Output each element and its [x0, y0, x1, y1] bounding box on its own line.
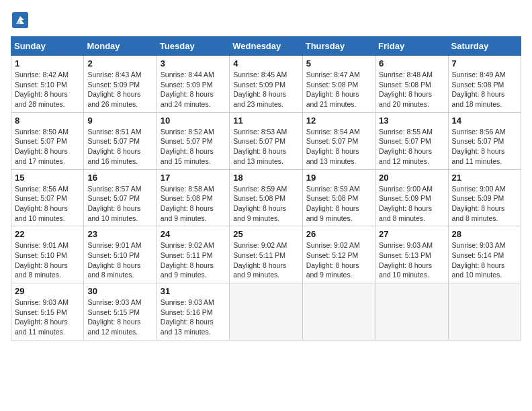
calendar-cell: 5 Sunrise: 8:47 AM Sunset: 5:08 PM Dayli…	[302, 56, 375, 113]
day-number: 13	[379, 116, 444, 126]
day-number: 17	[161, 173, 226, 183]
calendar-cell: 24 Sunrise: 9:02 AM Sunset: 5:11 PM Dayl…	[157, 226, 229, 283]
calendar-row: 8 Sunrise: 8:50 AM Sunset: 5:07 PM Dayli…	[11, 112, 521, 169]
day-info: Sunrise: 8:59 AM Sunset: 5:08 PM Dayligh…	[233, 184, 298, 224]
day-info: Sunrise: 8:43 AM Sunset: 5:09 PM Dayligh…	[87, 70, 152, 109]
calendar-cell: 29 Sunrise: 9:03 AM Sunset: 5:15 PM Dayl…	[11, 283, 84, 340]
day-info: Sunrise: 8:54 AM Sunset: 5:07 PM Dayligh…	[306, 127, 371, 167]
day-info: Sunrise: 8:48 AM Sunset: 5:08 PM Dayligh…	[379, 70, 444, 109]
day-number: 14	[452, 116, 517, 126]
col-saturday: Saturday	[448, 37, 521, 56]
day-number: 16	[87, 173, 152, 183]
day-number: 12	[306, 116, 371, 126]
day-number: 31	[161, 286, 226, 296]
day-number: 4	[233, 58, 298, 68]
day-number: 5	[306, 58, 371, 68]
day-info: Sunrise: 9:03 AM Sunset: 5:14 PM Dayligh…	[452, 240, 517, 280]
logo	[11, 11, 32, 30]
calendar-cell: 1 Sunrise: 8:42 AM Sunset: 5:10 PM Dayli…	[11, 56, 84, 113]
day-number: 2	[87, 58, 152, 68]
col-friday: Friday	[375, 37, 448, 56]
col-sunday: Sunday	[11, 37, 84, 56]
calendar-row: 15 Sunrise: 8:56 AM Sunset: 5:07 PM Dayl…	[11, 169, 521, 226]
day-info: Sunrise: 8:50 AM Sunset: 5:07 PM Dayligh…	[15, 127, 80, 167]
day-number: 6	[379, 58, 444, 68]
day-number: 27	[379, 229, 444, 239]
col-wednesday: Wednesday	[230, 37, 302, 56]
calendar-cell: 31 Sunrise: 9:03 AM Sunset: 5:16 PM Dayl…	[157, 283, 229, 340]
calendar-cell: 2 Sunrise: 8:43 AM Sunset: 5:09 PM Dayli…	[84, 56, 157, 113]
calendar-cell: 27 Sunrise: 9:03 AM Sunset: 5:13 PM Dayl…	[375, 226, 448, 283]
day-number: 21	[452, 173, 517, 183]
calendar-cell: 15 Sunrise: 8:56 AM Sunset: 5:07 PM Dayl…	[11, 169, 84, 226]
day-number: 22	[15, 229, 80, 239]
day-info: Sunrise: 8:44 AM Sunset: 5:09 PM Dayligh…	[161, 70, 226, 109]
day-number: 24	[161, 229, 226, 239]
day-number: 3	[161, 58, 226, 68]
day-info: Sunrise: 9:03 AM Sunset: 5:13 PM Dayligh…	[379, 240, 444, 280]
calendar-cell: 30 Sunrise: 9:03 AM Sunset: 5:15 PM Dayl…	[84, 283, 157, 340]
calendar-cell: 23 Sunrise: 9:01 AM Sunset: 5:10 PM Dayl…	[84, 226, 157, 283]
col-thursday: Thursday	[302, 37, 375, 56]
day-info: Sunrise: 9:03 AM Sunset: 5:16 PM Dayligh…	[161, 298, 226, 337]
day-info: Sunrise: 8:45 AM Sunset: 5:09 PM Dayligh…	[233, 70, 298, 109]
day-number: 30	[87, 286, 152, 296]
calendar-cell: 4 Sunrise: 8:45 AM Sunset: 5:09 PM Dayli…	[230, 56, 302, 113]
calendar-cell: 18 Sunrise: 8:59 AM Sunset: 5:08 PM Dayl…	[230, 169, 302, 226]
calendar-cell: 11 Sunrise: 8:53 AM Sunset: 5:07 PM Dayl…	[230, 112, 302, 169]
col-monday: Monday	[84, 37, 157, 56]
calendar-cell: 16 Sunrise: 8:57 AM Sunset: 5:07 PM Dayl…	[84, 169, 157, 226]
calendar-row: 29 Sunrise: 9:03 AM Sunset: 5:15 PM Dayl…	[11, 283, 521, 340]
day-info: Sunrise: 8:55 AM Sunset: 5:07 PM Dayligh…	[379, 127, 444, 167]
day-number: 11	[233, 116, 298, 126]
calendar-cell: 14 Sunrise: 8:56 AM Sunset: 5:07 PM Dayl…	[448, 112, 521, 169]
day-info: Sunrise: 9:00 AM Sunset: 5:09 PM Dayligh…	[452, 184, 517, 224]
day-number: 23	[87, 229, 152, 239]
day-info: Sunrise: 9:01 AM Sunset: 5:10 PM Dayligh…	[15, 240, 80, 280]
calendar-cell: 13 Sunrise: 8:55 AM Sunset: 5:07 PM Dayl…	[375, 112, 448, 169]
day-info: Sunrise: 8:47 AM Sunset: 5:08 PM Dayligh…	[306, 70, 371, 109]
calendar-cell: 12 Sunrise: 8:54 AM Sunset: 5:07 PM Dayl…	[302, 112, 375, 169]
calendar-cell: 22 Sunrise: 9:01 AM Sunset: 5:10 PM Dayl…	[11, 226, 84, 283]
day-info: Sunrise: 9:02 AM Sunset: 5:11 PM Dayligh…	[161, 240, 226, 280]
day-info: Sunrise: 8:57 AM Sunset: 5:07 PM Dayligh…	[87, 184, 152, 224]
calendar-cell: 17 Sunrise: 8:58 AM Sunset: 5:08 PM Dayl…	[157, 169, 229, 226]
day-info: Sunrise: 8:56 AM Sunset: 5:07 PM Dayligh…	[452, 127, 517, 167]
calendar-cell: 28 Sunrise: 9:03 AM Sunset: 5:14 PM Dayl…	[448, 226, 521, 283]
calendar: Sunday Monday Tuesday Wednesday Thursday…	[11, 36, 521, 340]
calendar-cell: 3 Sunrise: 8:44 AM Sunset: 5:09 PM Dayli…	[157, 56, 229, 113]
calendar-cell	[448, 283, 521, 340]
day-number: 8	[15, 116, 80, 126]
day-info: Sunrise: 9:02 AM Sunset: 5:11 PM Dayligh…	[233, 240, 298, 280]
calendar-cell: 10 Sunrise: 8:52 AM Sunset: 5:07 PM Dayl…	[157, 112, 229, 169]
calendar-cell: 8 Sunrise: 8:50 AM Sunset: 5:07 PM Dayli…	[11, 112, 84, 169]
day-info: Sunrise: 9:00 AM Sunset: 5:09 PM Dayligh…	[379, 184, 444, 224]
day-info: Sunrise: 9:03 AM Sunset: 5:15 PM Dayligh…	[15, 298, 80, 337]
day-number: 18	[233, 173, 298, 183]
day-info: Sunrise: 8:59 AM Sunset: 5:08 PM Dayligh…	[306, 184, 371, 224]
calendar-cell: 26 Sunrise: 9:02 AM Sunset: 5:12 PM Dayl…	[302, 226, 375, 283]
day-number: 9	[87, 116, 152, 126]
day-number: 28	[452, 229, 517, 239]
day-info: Sunrise: 9:03 AM Sunset: 5:15 PM Dayligh…	[87, 298, 152, 337]
calendar-cell	[375, 283, 448, 340]
day-number: 7	[452, 58, 517, 68]
day-number: 10	[161, 116, 226, 126]
calendar-cell: 20 Sunrise: 9:00 AM Sunset: 5:09 PM Dayl…	[375, 169, 448, 226]
calendar-cell	[302, 283, 375, 340]
day-number: 19	[306, 173, 371, 183]
day-info: Sunrise: 8:42 AM Sunset: 5:10 PM Dayligh…	[15, 70, 80, 109]
day-number: 15	[15, 173, 80, 183]
calendar-cell: 25 Sunrise: 9:02 AM Sunset: 5:11 PM Dayl…	[230, 226, 302, 283]
day-info: Sunrise: 9:02 AM Sunset: 5:12 PM Dayligh…	[306, 240, 371, 280]
day-number: 1	[15, 58, 80, 68]
day-info: Sunrise: 8:53 AM Sunset: 5:07 PM Dayligh…	[233, 127, 298, 167]
day-number: 25	[233, 229, 298, 239]
day-info: Sunrise: 9:01 AM Sunset: 5:10 PM Dayligh…	[87, 240, 152, 280]
calendar-cell	[230, 283, 302, 340]
day-info: Sunrise: 8:49 AM Sunset: 5:08 PM Dayligh…	[452, 70, 517, 109]
col-tuesday: Tuesday	[157, 37, 229, 56]
calendar-header-row: Sunday Monday Tuesday Wednesday Thursday…	[11, 37, 521, 56]
day-number: 29	[15, 286, 80, 296]
calendar-row: 22 Sunrise: 9:01 AM Sunset: 5:10 PM Dayl…	[11, 226, 521, 283]
